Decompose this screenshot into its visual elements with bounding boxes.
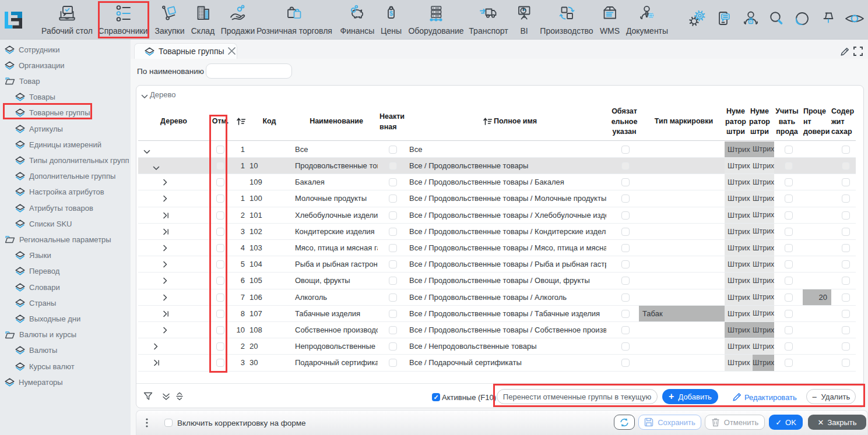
svg-text:$: $	[389, 10, 393, 17]
